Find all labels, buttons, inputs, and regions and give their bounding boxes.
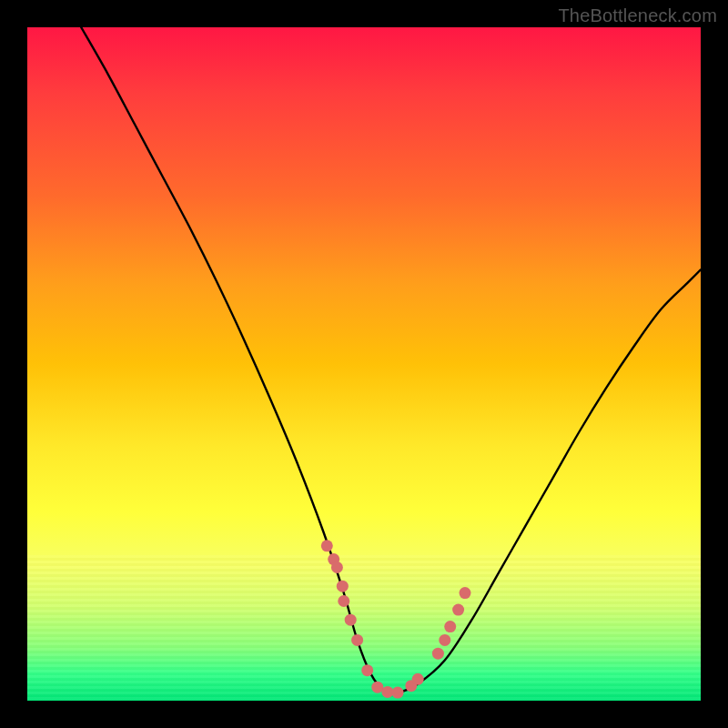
marker-point (337, 581, 349, 592)
marker-point (338, 595, 349, 607)
bottleneck-curve (81, 27, 701, 693)
marker-point (392, 687, 404, 699)
marker-point (439, 634, 450, 646)
marker-point (444, 621, 456, 632)
chart-frame: TheBottleneck.com (0, 0, 728, 728)
marker-point (351, 634, 363, 646)
marker-point (412, 673, 424, 685)
watermark-text: TheBottleneck.com (558, 5, 717, 26)
marker-point (345, 614, 357, 626)
marker-point (371, 682, 383, 693)
marker-point (432, 648, 444, 660)
marker-point (321, 540, 333, 551)
chart-svg (27, 27, 701, 701)
plot-area (27, 27, 701, 701)
marker-point (460, 587, 471, 599)
marker-point (331, 561, 343, 573)
marker-point (452, 604, 464, 616)
marker-point (361, 664, 373, 676)
marker-group (321, 540, 471, 698)
marker-point (381, 686, 393, 698)
